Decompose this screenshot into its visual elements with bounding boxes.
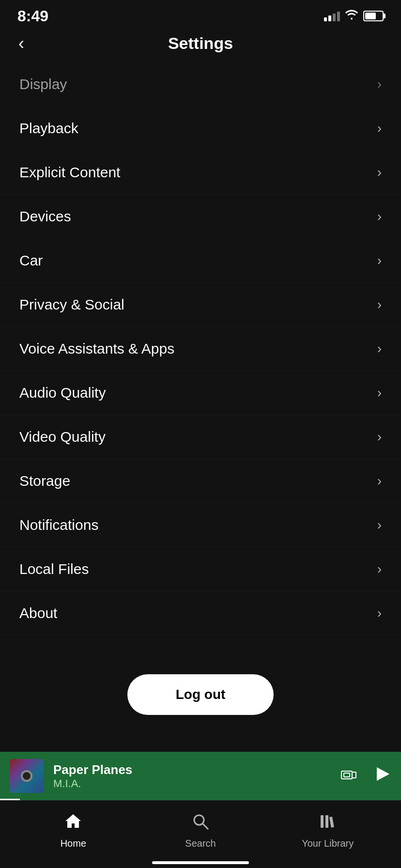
chevron-right-icon: › bbox=[377, 121, 382, 136]
bottom-nav: Home Search Your Library bbox=[0, 800, 401, 868]
settings-item-display[interactable]: Display › bbox=[0, 62, 401, 107]
nav-label-search: Search bbox=[185, 838, 216, 849]
now-playing-artist: M.I.A. bbox=[53, 777, 340, 790]
now-playing-title: Paper Planes bbox=[53, 762, 340, 777]
settings-item-voice-assistants[interactable]: Voice Assistants & Apps › bbox=[0, 327, 401, 371]
play-button[interactable] bbox=[372, 764, 391, 788]
nav-label-home: Home bbox=[61, 838, 86, 849]
now-playing-info: Paper Planes M.I.A. bbox=[53, 762, 340, 790]
settings-scroll: Display › Playback › Explicit Content › … bbox=[0, 62, 401, 855]
settings-header: ‹ Settings bbox=[0, 29, 401, 62]
chevron-right-icon: › bbox=[377, 77, 382, 92]
status-time: 8:49 bbox=[17, 7, 48, 25]
status-bar: 8:49 bbox=[0, 0, 401, 29]
chevron-right-icon: › bbox=[377, 473, 382, 489]
chevron-right-icon: › bbox=[377, 605, 382, 621]
nav-item-home[interactable]: Home bbox=[10, 812, 137, 849]
now-playing-bar[interactable]: Paper Planes M.I.A. bbox=[0, 752, 401, 800]
settings-item-devices-label: Devices bbox=[19, 208, 71, 225]
svg-rect-0 bbox=[341, 771, 352, 779]
settings-item-notifications[interactable]: Notifications › bbox=[0, 503, 401, 547]
wifi-icon bbox=[345, 9, 358, 23]
nav-item-search[interactable]: Search bbox=[137, 812, 264, 849]
svg-rect-2 bbox=[352, 772, 356, 778]
settings-item-explicit-label: Explicit Content bbox=[19, 164, 120, 181]
chevron-right-icon: › bbox=[377, 165, 382, 180]
settings-list: Display › Playback › Explicit Content › … bbox=[0, 62, 401, 650]
nav-label-library: Your Library bbox=[302, 838, 354, 849]
settings-item-display-label: Display bbox=[19, 76, 67, 93]
search-icon bbox=[191, 812, 210, 835]
svg-rect-8 bbox=[329, 816, 334, 827]
settings-item-video-quality[interactable]: Video Quality › bbox=[0, 415, 401, 459]
svg-marker-3 bbox=[377, 767, 389, 781]
settings-item-storage[interactable]: Storage › bbox=[0, 459, 401, 503]
chevron-right-icon: › bbox=[377, 341, 382, 356]
chevron-right-icon: › bbox=[377, 561, 382, 577]
status-icons bbox=[324, 9, 384, 23]
now-playing-controls bbox=[340, 764, 391, 788]
nav-item-library[interactable]: Your Library bbox=[264, 812, 391, 849]
settings-item-storage-label: Storage bbox=[19, 473, 70, 489]
settings-item-audio-quality[interactable]: Audio Quality › bbox=[0, 371, 401, 415]
chevron-right-icon: › bbox=[377, 297, 382, 312]
battery-icon bbox=[363, 11, 384, 21]
album-art bbox=[10, 759, 44, 793]
svg-rect-1 bbox=[344, 773, 350, 777]
settings-item-privacy-social[interactable]: Privacy & Social › bbox=[0, 283, 401, 327]
settings-item-playback[interactable]: Playback › bbox=[0, 107, 401, 151]
svg-line-5 bbox=[203, 824, 208, 829]
settings-item-privacy-label: Privacy & Social bbox=[19, 296, 124, 313]
chevron-right-icon: › bbox=[377, 209, 382, 224]
back-button[interactable]: ‹ bbox=[15, 30, 28, 58]
settings-item-car[interactable]: Car › bbox=[0, 239, 401, 283]
settings-item-about-label: About bbox=[19, 605, 57, 621]
settings-item-notifications-label: Notifications bbox=[19, 517, 98, 533]
settings-item-voice-label: Voice Assistants & Apps bbox=[19, 341, 174, 357]
chevron-right-icon: › bbox=[377, 253, 382, 268]
settings-item-audio-label: Audio Quality bbox=[19, 385, 106, 401]
settings-item-video-label: Video Quality bbox=[19, 429, 106, 445]
settings-item-devices[interactable]: Devices › bbox=[0, 195, 401, 239]
page-title: Settings bbox=[168, 34, 233, 53]
settings-item-about[interactable]: About › bbox=[0, 591, 401, 636]
home-indicator bbox=[152, 861, 249, 864]
logout-container: Log out bbox=[0, 650, 401, 734]
settings-item-playback-label: Playback bbox=[19, 120, 78, 137]
home-icon bbox=[64, 812, 82, 835]
chevron-right-icon: › bbox=[377, 429, 382, 445]
device-connect-icon[interactable] bbox=[340, 767, 357, 785]
svg-point-4 bbox=[194, 815, 204, 825]
settings-item-local-files[interactable]: Local Files › bbox=[0, 547, 401, 591]
signal-icon bbox=[324, 11, 340, 21]
library-icon bbox=[319, 812, 337, 835]
settings-item-local-files-label: Local Files bbox=[19, 561, 89, 577]
logout-button[interactable]: Log out bbox=[127, 674, 274, 715]
svg-rect-7 bbox=[325, 815, 328, 828]
album-art-image bbox=[10, 759, 44, 793]
chevron-right-icon: › bbox=[377, 385, 382, 401]
settings-item-car-label: Car bbox=[19, 252, 43, 269]
chevron-right-icon: › bbox=[377, 517, 382, 533]
svg-rect-6 bbox=[321, 815, 324, 828]
settings-item-explicit-content[interactable]: Explicit Content › bbox=[0, 151, 401, 195]
